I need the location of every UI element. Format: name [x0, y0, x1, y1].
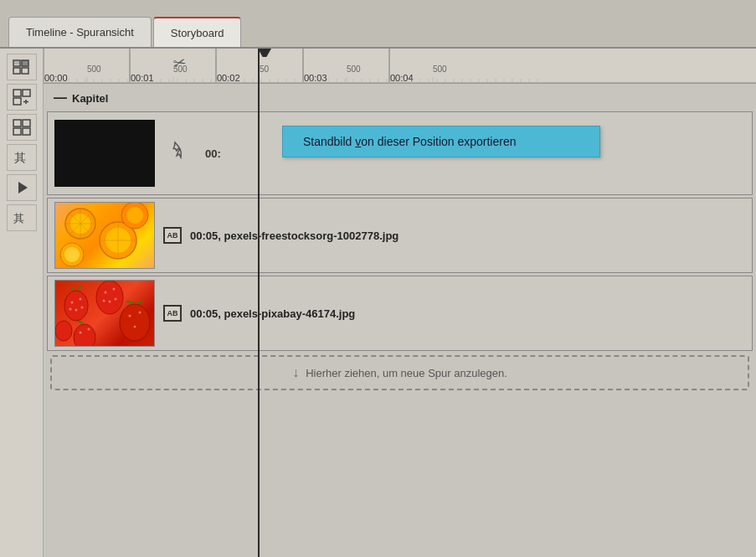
svg-point-51: [55, 321, 72, 341]
svg-point-46: [139, 312, 141, 314]
timeline-area: ✂ — Kapitel: [44, 49, 756, 557]
svg-point-44: [120, 304, 150, 341]
group-icon: [13, 118, 31, 137]
svg-rect-1: [13, 68, 20, 74]
track-thumbnail-1: [54, 120, 155, 187]
toolbar-add-track-btn[interactable]: [7, 84, 37, 111]
chapter-row: — Kapitel: [47, 87, 753, 109]
svg-point-43: [115, 298, 117, 301]
tab-timeline[interactable]: Timeline - Spuransicht: [8, 17, 152, 47]
svg-rect-7: [23, 90, 30, 96]
drop-zone-label: Hierher ziehen, um neue Spur anzulegen.: [306, 367, 507, 379]
ruler: ✂: [44, 49, 756, 84]
svg-point-49: [80, 332, 82, 334]
svg-rect-11: [13, 120, 21, 126]
svg-point-45: [129, 315, 131, 317]
track-3-type-icon: AB: [163, 305, 182, 322]
svg-point-37: [81, 307, 84, 309]
svg-point-40: [113, 288, 116, 291]
playhead-marker[interactable]: [258, 49, 271, 66]
svg-point-47: [134, 326, 136, 328]
svg-marker-16: [18, 182, 28, 193]
svg-text:其: 其: [13, 212, 24, 224]
drop-zone[interactable]: ↓ Hierher ziehen, um neue Spur anzulegen…: [50, 355, 749, 390]
add-track-icon: [13, 88, 31, 106]
ungroup-icon: 其: [13, 148, 31, 167]
marker-icon: 其: [13, 209, 31, 227]
svg-point-50: [88, 328, 90, 331]
track-1-time: 00:: [205, 147, 221, 160]
svg-point-32: [64, 291, 88, 321]
toolbar-ungroup-btn[interactable]: 其: [7, 144, 37, 171]
tab-bar: Timeline - Spuransicht Storyboard: [0, 0, 756, 49]
svg-point-36: [69, 308, 72, 311]
svg-rect-6: [13, 90, 21, 96]
toolbar-split-btn[interactable]: [7, 54, 37, 80]
track-2-type-icon: AB: [163, 227, 182, 244]
svg-point-35: [75, 309, 78, 312]
left-toolbar: 其 其: [0, 49, 44, 557]
chapter-label: Kapitel: [72, 92, 108, 105]
svg-rect-13: [13, 128, 21, 135]
track-2-info: 00:05, pexels-freestocksorg-1002778.jpg: [190, 230, 399, 242]
track-thumbnail-2: [54, 202, 155, 269]
split-icon: [13, 58, 31, 76]
svg-point-34: [80, 298, 82, 301]
svg-point-42: [103, 300, 105, 302]
svg-point-48: [74, 324, 95, 347]
context-menu-tooltip[interactable]: Standbild von dieser Position exportiere…: [282, 126, 600, 157]
tracks-container: — Kapitel 00: Sta: [44, 84, 756, 557]
drop-zone-arrow-icon: ↓: [292, 365, 299, 380]
svg-point-33: [71, 302, 74, 304]
svg-point-41: [109, 301, 111, 303]
svg-point-31: [126, 207, 143, 224]
track-thumbnail-3: [54, 280, 155, 347]
play-icon: [13, 178, 31, 197]
main-area: 其 其: [0, 49, 756, 557]
track-row-3: AB 00:05, pexels-pixabay-46174.jpg: [47, 276, 753, 351]
track-3-info: 00:05, pexels-pixabay-46174.jpg: [190, 307, 355, 320]
svg-rect-2: [22, 60, 28, 66]
ruler-canvas: [44, 49, 756, 84]
svg-point-38: [96, 281, 123, 314]
track-row-2: AB 00:05, pexels-freestocksorg-1002778.j…: [47, 198, 753, 273]
svg-text:其: 其: [14, 152, 26, 164]
track-row-1: 00: Standbild von dieser Position export…: [47, 111, 753, 195]
playhead-arrow-inner: [260, 57, 270, 66]
svg-rect-8: [13, 98, 21, 105]
svg-rect-14: [23, 128, 30, 135]
svg-point-39: [105, 291, 107, 294]
context-menu-text: Standbild von dieser Position exportiere…: [303, 135, 517, 148]
toolbar-marker-btn[interactable]: 其: [7, 204, 37, 231]
svg-point-29: [64, 247, 80, 262]
tab-storyboard[interactable]: Storyboard: [153, 17, 242, 47]
chapter-dash-icon: —: [54, 90, 67, 106]
toolbar-play-btn[interactable]: [7, 174, 37, 201]
svg-rect-12: [23, 120, 30, 126]
edit-cursor-icon: [168, 139, 192, 168]
app-window: Timeline - Spuransicht Storyboard: [0, 0, 756, 557]
svg-rect-3: [22, 68, 28, 74]
toolbar-group-btn[interactable]: [7, 114, 37, 141]
